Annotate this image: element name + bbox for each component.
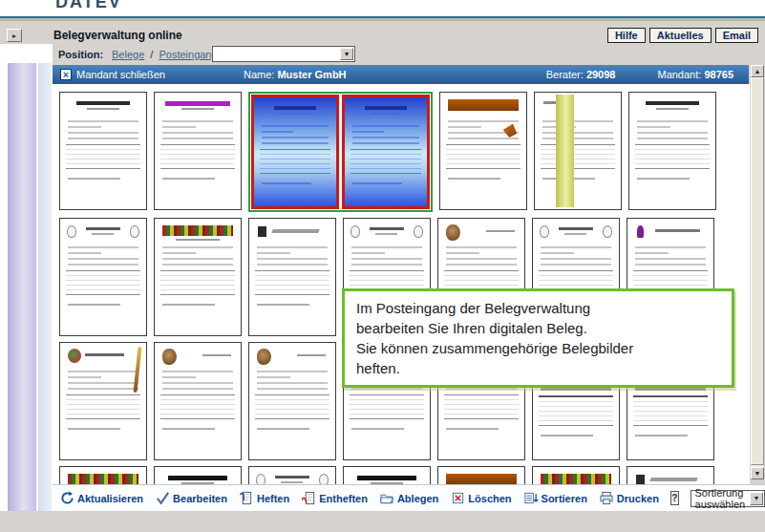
hilfe-button[interactable]: Hilfe — [607, 28, 646, 43]
document-thumbnail-invoice-stripe-banner[interactable] — [154, 218, 242, 336]
document-thumbnail-invoice-plain[interactable] — [59, 92, 147, 210]
name-value: Muster GmbH — [277, 69, 346, 80]
header-buttons: HilfeAktuellesEmail — [607, 28, 758, 43]
toolbar-label: Aktualisieren — [77, 493, 143, 504]
mandant-name: Name: Muster GmbH — [244, 69, 347, 80]
email-button[interactable]: Email — [715, 28, 758, 43]
check-icon — [155, 491, 170, 506]
sort-icon — [523, 491, 539, 506]
document-thumbnail-invoice-orange-leaf[interactable] — [439, 92, 527, 210]
sort-dropdown[interactable]: Sortierung auswählen ▼ — [691, 490, 765, 507]
entheften-button[interactable]: Entheften — [301, 491, 368, 506]
heften-button[interactable]: Heften — [239, 491, 289, 506]
document-thumbnail-invoice-bird-feather[interactable] — [59, 342, 147, 460]
thumbnail-row — [59, 466, 716, 484]
mandant-schliessen-button[interactable]: × Mandant schließen — [60, 69, 165, 80]
document-thumbnail-invoice-stripe-banner[interactable] — [532, 466, 620, 484]
vertical-scrollbar[interactable]: ▲ ▼ — [751, 65, 764, 479]
toolbar-items: AktualisierenBearbeitenHeftenEntheftenAb… — [59, 491, 659, 506]
info-callout-line: Im Posteingang der Belegverwaltung — [356, 298, 720, 318]
breadcrumb-separator: / — [147, 49, 156, 60]
info-callout-line: Sie können zusammengehörige Belegbilder — [356, 338, 720, 358]
sortieren-button[interactable]: Sortieren — [523, 491, 587, 506]
scrollbar-thumb[interactable] — [751, 77, 764, 465]
toolbar-label: Bearbeiten — [173, 493, 227, 504]
position-dropdown[interactable]: ▼ — [212, 46, 355, 62]
document-thumbnail-invoice-label[interactable] — [627, 466, 714, 484]
top-bar: DATEV — [0, 0, 765, 18]
document-thumbnail-invoice-blue-selected[interactable] — [251, 95, 339, 209]
document-thumbnail-invoice-orange-banner[interactable] — [437, 466, 525, 484]
thumbnail-row — [59, 92, 716, 212]
document-thumbnail-invoice-yellow-stripe[interactable] — [534, 92, 622, 210]
document-thumbnail-invoice-title[interactable] — [154, 466, 242, 484]
ablegen-button[interactable]: Ablegen — [379, 491, 438, 506]
refresh-icon — [59, 491, 74, 506]
document-thumbnail-invoice-stripe-banner[interactable] — [59, 466, 147, 484]
mandant-label: Mandant: — [657, 69, 701, 80]
document-thumbnail-invoice-title[interactable] — [343, 466, 431, 484]
breadcrumb-label: Position: — [58, 49, 103, 60]
toolbar-label: Drucken — [617, 493, 659, 504]
berater-value: 29098 — [586, 69, 616, 80]
name-label: Name: — [244, 69, 274, 80]
stapled-document-group — [248, 92, 433, 212]
bearbeiten-button[interactable]: Bearbeiten — [155, 491, 227, 506]
document-thumbnail-invoice-plain[interactable] — [628, 92, 716, 210]
mandant-number: Mandant: 98765 — [657, 69, 733, 80]
info-callout-line: heften. — [356, 358, 720, 378]
berater-label: Berater: — [546, 69, 584, 80]
toolbar-label: Entheften — [319, 493, 368, 504]
document-thumbnail-invoice-label[interactable] — [248, 218, 336, 336]
delete-icon — [450, 491, 465, 506]
l-schen-button[interactable]: Löschen — [450, 491, 511, 506]
toolbar-label: Ablegen — [397, 493, 438, 504]
mandant-bar: × Mandant schließen Name: Muster GmbH Be… — [53, 65, 749, 84]
breadcrumb: Belege / Posteingang / — [109, 49, 226, 60]
staple-icon — [239, 491, 254, 506]
unstaple-icon — [301, 491, 316, 506]
document-grid-area — [53, 84, 750, 484]
left-gradient-strip-2 — [38, 63, 52, 515]
scroll-up-icon[interactable]: ▲ — [751, 65, 764, 77]
chevron-down-icon[interactable]: ▼ — [340, 48, 353, 60]
folder-icon — [379, 491, 394, 506]
left-gradient-strip — [8, 63, 36, 520]
close-icon: × — [60, 69, 72, 80]
collapse-panel-icon[interactable]: ▸ — [7, 29, 22, 42]
toolbar-label: Sortieren — [542, 493, 587, 504]
info-callout: Im Posteingang der Belegverwaltungbearbe… — [342, 288, 734, 388]
document-thumbnail-invoice-crest[interactable] — [59, 218, 147, 336]
breadcrumb-link-belege[interactable]: Belege — [112, 49, 144, 60]
drucken-button[interactable]: Drucken — [599, 491, 659, 506]
document-thumbnail-invoice-purple-header[interactable] — [154, 92, 242, 210]
help-button[interactable]: ? — [670, 491, 679, 505]
chevron-down-icon[interactable]: ▼ — [750, 492, 763, 505]
breadcrumb-link-posteingang[interactable]: Posteingang — [159, 49, 217, 60]
info-callout-line: bearbeiten Sie Ihren digitalen Beleg. — [356, 318, 720, 338]
mandant-close-label: Mandant schließen — [76, 69, 165, 80]
datev-logo: DATEV — [55, 0, 122, 12]
bottom-band — [0, 511, 765, 532]
mandant-value: 98765 — [704, 69, 733, 80]
document-thumbnail-invoice-blue-selected[interactable] — [342, 95, 430, 209]
toolbar-label: Löschen — [468, 493, 511, 504]
print-icon — [599, 491, 614, 506]
document-thumbnail-invoice-flower[interactable] — [248, 342, 336, 460]
document-thumbnail-invoice-crest[interactable] — [248, 466, 336, 484]
aktualisieren-button[interactable]: Aktualisieren — [59, 491, 143, 506]
page-title: Belegverwaltung online — [53, 29, 182, 42]
aktuelles-button[interactable]: Aktuelles — [649, 28, 712, 43]
scroll-down-icon[interactable]: ▼ — [751, 467, 764, 479]
toolbar-label: Heften — [257, 493, 289, 504]
berater-number: Berater: 29098 — [546, 69, 616, 80]
bottom-toolbar: AktualisierenBearbeitenHeftenEntheftenAb… — [53, 484, 765, 511]
belegverwaltung-window: DATEV ArbeitsplatzEinstellungenAdministr… — [0, 0, 765, 532]
document-thumbnail-invoice-flower[interactable] — [154, 342, 242, 460]
